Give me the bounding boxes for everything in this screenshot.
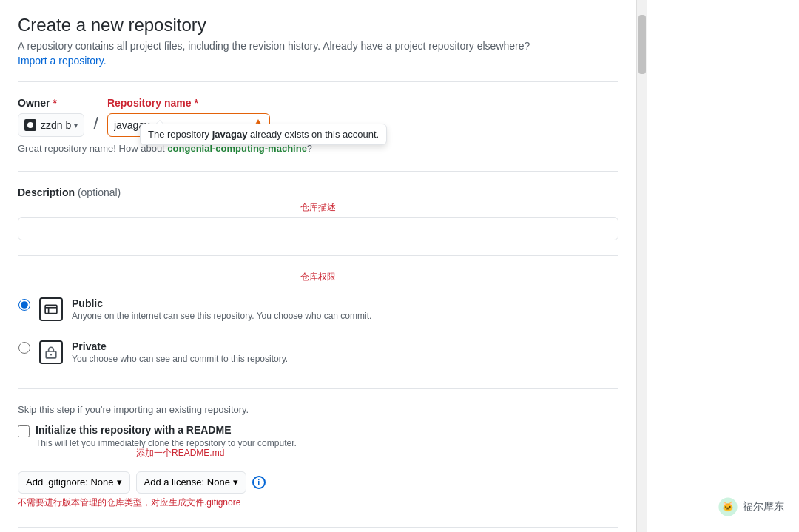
visibility-annotation: 仓库权限 — [18, 271, 618, 283]
scrollbar[interactable] — [636, 0, 647, 532]
license-chevron-icon: ▾ — [233, 477, 238, 488]
owner-repo-row: Owner * zzdn b ▾ / Repository name * 仓 — [18, 97, 618, 137]
svg-rect-0 — [45, 305, 57, 313]
description-section: Description (optional) 仓库描述 — [18, 186, 618, 240]
owner-icon — [24, 119, 36, 131]
owner-select[interactable]: zzdn b ▾ — [18, 113, 84, 137]
public-option[interactable]: Public Anyone on the internet can see th… — [18, 288, 618, 331]
gitignore-chevron-icon: ▾ — [117, 477, 122, 488]
initialize-section: Skip this step if you're importing an ex… — [18, 404, 618, 509]
license-dropdown[interactable]: Add a license: None ▾ — [136, 471, 246, 494]
description-label: Description (optional) — [18, 186, 618, 198]
skip-text: Skip this step if you're importing an ex… — [18, 404, 618, 415]
info-icon[interactable]: i — [252, 476, 266, 489]
gitignore-label: Add .gitignore: None — [26, 477, 114, 488]
public-icon — [39, 297, 63, 321]
private-desc: You choose who can see and commit to thi… — [72, 354, 288, 364]
owner-name: zzdn b — [41, 119, 71, 131]
private-label: Private — [72, 340, 288, 352]
readme-annotation: 添加一个README.md — [136, 447, 618, 459]
separator: / — [90, 112, 101, 135]
dropdowns-row: Add .gitignore: None ▾ Add a license: No… — [18, 471, 618, 494]
chevron-down-icon: ▾ — [74, 121, 78, 129]
private-icon — [39, 340, 63, 364]
public-desc: Anyone on the internet can see this repo… — [72, 311, 371, 321]
init-readme-content: Initialize this repository with a README… — [36, 424, 297, 448]
gitignore-dropdown[interactable]: Add .gitignore: None ▾ — [18, 471, 130, 494]
svg-point-4 — [50, 354, 52, 355]
private-radio[interactable] — [18, 342, 30, 354]
repo-label: Repository name * — [107, 97, 270, 109]
watermark: 🐱 福尔摩东 — [718, 496, 784, 517]
section-divider-1 — [18, 171, 618, 172]
init-readme-row: Initialize this repository with a README… — [18, 424, 618, 448]
private-content: Private You choose who can see and commi… — [72, 340, 288, 364]
main-content: Create a new repository A repository con… — [0, 0, 636, 532]
subtitle: A repository contains all project files,… — [18, 40, 618, 52]
gitignore-annotation: 不需要进行版本管理的仓库类型，对应生成文件.gitignore — [18, 496, 618, 509]
visibility-section: 仓库权限 Public Anyone on the internet can s… — [18, 271, 618, 374]
watermark-icon: 🐱 — [718, 496, 738, 517]
license-label: Add a license: None — [144, 477, 230, 488]
import-link[interactable]: Import a repository. — [18, 55, 107, 67]
description-input[interactable] — [18, 217, 618, 240]
private-option[interactable]: Private You choose who can see and commi… — [18, 331, 618, 374]
svg-text:🐱: 🐱 — [722, 501, 734, 513]
description-annotation: 仓库描述 — [18, 201, 618, 214]
public-radio[interactable] — [18, 299, 30, 311]
public-label: Public — [72, 297, 371, 309]
watermark-text: 福尔摩东 — [743, 500, 784, 514]
page-title: Create a new repository — [18, 15, 618, 36]
section-divider-2 — [18, 255, 618, 256]
owner-group: Owner * zzdn b ▾ — [18, 97, 84, 137]
section-divider-3 — [18, 388, 618, 389]
scrollbar-thumb[interactable] — [638, 15, 646, 74]
header-divider — [18, 81, 618, 82]
public-content: Public Anyone on the internet can see th… — [72, 297, 371, 321]
init-readme-checkbox[interactable] — [18, 425, 30, 437]
create-section: Create repository — [18, 527, 618, 533]
init-readme-label: Initialize this repository with a README — [36, 424, 297, 436]
tooltip-bubble: The repository javagay already exists on… — [140, 124, 387, 145]
owner-label: Owner * — [18, 97, 84, 109]
